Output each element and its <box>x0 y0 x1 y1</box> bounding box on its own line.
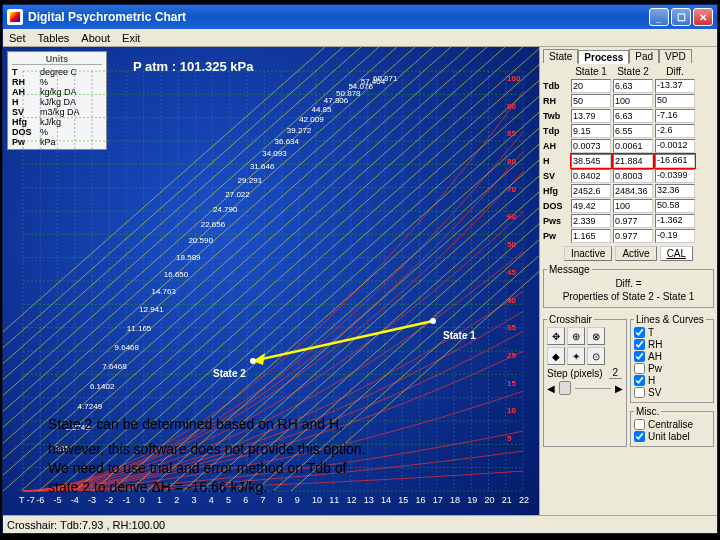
menu-about[interactable]: About <box>81 32 110 44</box>
app-icon <box>7 9 23 25</box>
state-header: State 1 State 2 Diff. <box>543 66 714 77</box>
maximize-button[interactable]: ☐ <box>671 8 691 26</box>
svg-text:22: 22 <box>519 495 529 505</box>
tab-state[interactable]: State <box>543 49 578 63</box>
checkbox[interactable] <box>634 351 645 362</box>
active-button[interactable]: Active <box>615 246 656 261</box>
svg-text:36.634: 36.634 <box>275 137 300 146</box>
state1-input[interactable] <box>571 109 611 123</box>
state-row-sv: SV-0.0399 <box>543 169 714 183</box>
state2-input[interactable] <box>613 184 653 198</box>
crosshair-btn-3[interactable]: ⊗ <box>587 327 605 345</box>
app-window: Digital Psychrometric Chart _ ☐ ✕ Set Ta… <box>2 4 718 534</box>
checkbox[interactable] <box>634 387 645 398</box>
state1-input[interactable] <box>571 214 611 228</box>
state1-label: State 1 <box>443 330 476 341</box>
svg-text:80: 80 <box>507 157 516 166</box>
line-chk-sv[interactable]: SV <box>634 387 710 398</box>
menu-tables[interactable]: Tables <box>38 32 70 44</box>
crosshair-btn-2[interactable]: ⊕ <box>567 327 585 345</box>
tab-pad[interactable]: Pad <box>629 49 659 63</box>
menu-exit[interactable]: Exit <box>122 32 140 44</box>
state2-input[interactable] <box>613 199 653 213</box>
state2-input[interactable] <box>613 169 653 183</box>
svg-text:15: 15 <box>507 379 516 388</box>
line-chk-pw[interactable]: Pw <box>634 363 710 374</box>
state1-input[interactable] <box>571 79 611 93</box>
state2-input[interactable] <box>613 139 653 153</box>
tab-vpd[interactable]: VPD <box>659 49 692 63</box>
checkbox[interactable] <box>634 327 645 338</box>
checkbox[interactable] <box>634 363 645 374</box>
state2-input[interactable] <box>613 229 653 243</box>
menu-set[interactable]: Set <box>9 32 26 44</box>
svg-text:7.6468: 7.6468 <box>102 362 127 371</box>
svg-text:35: 35 <box>507 323 516 332</box>
state1-input[interactable] <box>571 154 611 168</box>
crosshair-btn-4[interactable]: ◆ <box>547 347 565 365</box>
state-row-h: H-16.661 <box>543 154 714 168</box>
state1-input[interactable] <box>571 124 611 138</box>
crosshair-btn-6[interactable]: ⊙ <box>587 347 605 365</box>
state2-input[interactable] <box>613 109 653 123</box>
state1-input[interactable] <box>571 94 611 108</box>
line-chk-h[interactable]: H <box>634 375 710 386</box>
state1-input[interactable] <box>571 169 611 183</box>
minimize-button[interactable]: _ <box>649 8 669 26</box>
chart-area[interactable]: Units Tdegree CRH%AHkg/kg DAHkJ/kg DASVm… <box>3 47 539 515</box>
cal-button[interactable]: CAL <box>660 246 693 261</box>
line-chk-ah[interactable]: AH <box>634 351 710 362</box>
state-arrow <box>253 321 433 361</box>
tab-process[interactable]: Process <box>578 50 629 64</box>
svg-text:39.272: 39.272 <box>287 126 312 135</box>
svg-text:10: 10 <box>507 406 516 415</box>
row-label: Tdp <box>543 126 569 136</box>
svg-text:24.790: 24.790 <box>213 205 238 214</box>
diff-value: 32.36 <box>655 184 695 198</box>
row-label: RH <box>543 96 569 106</box>
arrow-left-icon[interactable]: ◀ <box>547 383 555 394</box>
svg-text:16.650: 16.650 <box>164 270 189 279</box>
checkbox[interactable] <box>634 339 645 350</box>
state2-input[interactable] <box>613 124 653 138</box>
arrow-right-icon[interactable]: ▶ <box>615 383 623 394</box>
misc-chk-centralise[interactable]: Centralise <box>634 419 710 430</box>
state2-input[interactable] <box>613 154 653 168</box>
tabs: State Process Pad VPD <box>543 49 714 63</box>
misc-chk-unit label[interactable]: Unit label <box>634 431 710 442</box>
svg-text:42.009: 42.009 <box>299 115 324 124</box>
crosshair-btn-1[interactable]: ✥ <box>547 327 565 345</box>
state1-input[interactable] <box>571 229 611 243</box>
step-slider[interactable]: ◀ ▶ <box>547 381 623 395</box>
diff-value: -7.16 <box>655 109 695 123</box>
state1-input[interactable] <box>571 139 611 153</box>
right-panel: State Process Pad VPD State 1 State 2 Di… <box>539 47 717 515</box>
close-button[interactable]: ✕ <box>693 8 713 26</box>
state1-input[interactable] <box>571 199 611 213</box>
state-row-pws: Pws-1.362 <box>543 214 714 228</box>
state2-input[interactable] <box>613 94 653 108</box>
svg-text:44.85: 44.85 <box>311 105 332 114</box>
crosshair-btn-5[interactable]: ✦ <box>567 347 585 365</box>
diff-value: -0.0399 <box>655 169 695 183</box>
misc-legend: Misc. <box>634 406 661 417</box>
svg-text:31.646: 31.646 <box>250 162 275 171</box>
line-chk-t[interactable]: T <box>634 327 710 338</box>
checkbox[interactable] <box>634 375 645 386</box>
state1-input[interactable] <box>571 184 611 198</box>
state2-input[interactable] <box>613 79 653 93</box>
svg-text:14.763: 14.763 <box>151 287 176 296</box>
titlebar[interactable]: Digital Psychrometric Chart _ ☐ ✕ <box>3 5 717 29</box>
menubar: Set Tables About Exit <box>3 29 717 47</box>
diff-value: 50 <box>655 94 695 108</box>
state-row-dos: DOS50.58 <box>543 199 714 213</box>
misc-group: Misc. CentraliseUnit label <box>630 406 714 447</box>
svg-text:22.656: 22.656 <box>201 220 226 229</box>
lines-group: Lines & Curves TRHAHPwHSV <box>630 314 714 403</box>
checkbox[interactable] <box>634 419 645 430</box>
inactive-button[interactable]: Inactive <box>564 246 612 261</box>
svg-text:9.6468: 9.6468 <box>115 343 140 352</box>
checkbox[interactable] <box>634 431 645 442</box>
state2-input[interactable] <box>613 214 653 228</box>
line-chk-rh[interactable]: RH <box>634 339 710 350</box>
